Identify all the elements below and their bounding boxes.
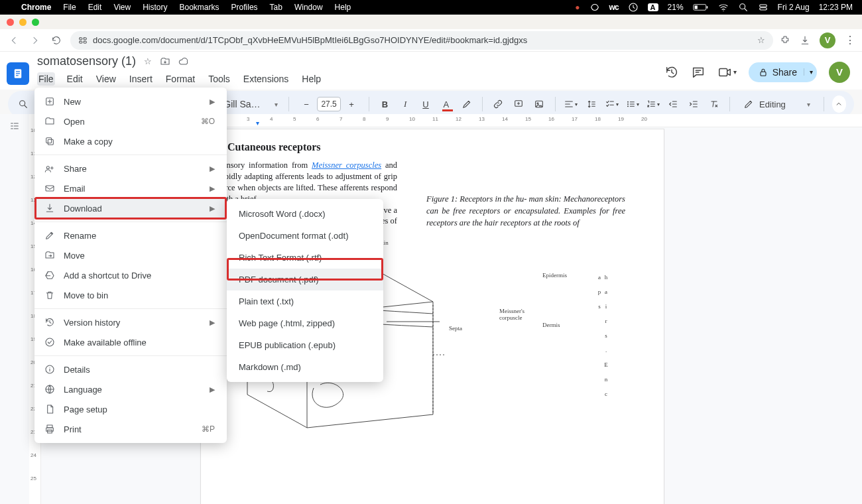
bulleted-list-button[interactable]: ▾ bbox=[625, 95, 640, 113]
control-center-icon[interactable] bbox=[758, 2, 769, 13]
insert-image-button[interactable] bbox=[532, 95, 547, 113]
doc-link[interactable]: Meissner corpuscles bbox=[312, 160, 381, 170]
docs-menu-view[interactable]: View bbox=[95, 72, 117, 86]
docs-menu-file[interactable]: File bbox=[37, 72, 55, 86]
indent-marker-icon[interactable]: ▾ bbox=[256, 119, 259, 127]
comments-icon[interactable] bbox=[691, 65, 706, 80]
macos-menu-history[interactable]: History bbox=[143, 3, 167, 12]
macos-menu-edit[interactable]: Edit bbox=[88, 3, 102, 12]
reload-button[interactable] bbox=[49, 33, 64, 48]
outline-toggle-icon[interactable] bbox=[9, 121, 20, 131]
file-menu-new[interactable]: New▶ bbox=[34, 92, 227, 111]
macos-menu-view[interactable]: View bbox=[113, 3, 131, 12]
file-menu-make-a-copy[interactable]: Make a copy bbox=[34, 131, 227, 151]
macos-menu-help[interactable]: Help bbox=[335, 3, 351, 12]
docs-menu-insert[interactable]: Insert bbox=[128, 72, 154, 86]
macos-menu-tab[interactable]: Tab bbox=[270, 3, 282, 12]
docs-logo-icon[interactable] bbox=[7, 62, 29, 85]
docs-menu-help[interactable]: Help bbox=[300, 72, 322, 86]
clock-icon[interactable] bbox=[628, 2, 639, 13]
move-icon[interactable] bbox=[160, 56, 170, 67]
docs-menu-format[interactable]: Format bbox=[164, 72, 196, 86]
macos-menu-file[interactable]: File bbox=[63, 3, 76, 12]
file-menu-language[interactable]: Language▶ bbox=[34, 379, 227, 399]
malwarebytes-icon[interactable] bbox=[589, 2, 600, 13]
add-comment-button[interactable] bbox=[511, 95, 526, 113]
bookmark-star-icon[interactable]: ☆ bbox=[757, 35, 765, 45]
clear-formatting-button[interactable] bbox=[706, 95, 721, 113]
bold-button[interactable]: B bbox=[377, 95, 393, 113]
numbered-list-button[interactable]: ▾ bbox=[645, 95, 660, 113]
star-icon[interactable]: ☆ bbox=[144, 56, 152, 66]
insert-link-button[interactable] bbox=[491, 95, 506, 113]
decrease-indent-button[interactable] bbox=[666, 95, 681, 113]
checklist-button[interactable]: ▾ bbox=[604, 95, 619, 113]
close-window-button[interactable] bbox=[7, 19, 14, 26]
editing-mode-select[interactable]: Editing ▾ bbox=[738, 99, 816, 109]
file-menu-version-history[interactable]: Version history▶ bbox=[34, 312, 227, 332]
italic-button[interactable]: I bbox=[398, 95, 413, 113]
spotlight-icon[interactable] bbox=[738, 2, 749, 13]
collapse-toolbar-button[interactable] bbox=[832, 95, 846, 113]
file-menu-move[interactable]: Move bbox=[34, 245, 227, 265]
file-menu-page-setup[interactable]: Page setup bbox=[34, 399, 227, 419]
back-button[interactable] bbox=[7, 33, 21, 48]
file-menu-email[interactable]: Email▶ bbox=[34, 178, 227, 198]
minimize-window-button[interactable] bbox=[19, 19, 27, 26]
input-source-icon[interactable]: A bbox=[648, 3, 658, 11]
download-option-txt[interactable]: Plain text (.txt) bbox=[227, 290, 383, 312]
docs-menu-extensions[interactable]: Extensions bbox=[242, 72, 290, 86]
increase-font-button[interactable]: + bbox=[342, 95, 361, 113]
chrome-profile-avatar[interactable]: V bbox=[820, 32, 835, 48]
file-menu-open[interactable]: Open⌘O bbox=[34, 111, 227, 131]
activity-history-icon[interactable] bbox=[664, 65, 679, 80]
file-menu-make-available-offline[interactable]: Make available offline bbox=[34, 332, 227, 352]
file-menu-share[interactable]: Share▶ bbox=[34, 158, 227, 178]
increase-indent-button[interactable] bbox=[686, 95, 702, 113]
download-option-odt[interactable]: OpenDocument format (.odt) bbox=[227, 225, 383, 247]
download-option-pdf[interactable]: PDF document (.pdf) bbox=[227, 269, 383, 290]
file-menu-add-a-shortcut-to-drive[interactable]: Add a shortcut to Drive bbox=[34, 265, 227, 285]
download-option-rtf[interactable]: Rich Text Format (.rtf) bbox=[227, 247, 383, 269]
macos-menu-window[interactable]: Window bbox=[294, 3, 323, 12]
highlight-color-button[interactable] bbox=[459, 95, 474, 113]
docs-menu-edit[interactable]: Edit bbox=[66, 72, 84, 86]
file-menu-print[interactable]: Print⌘P bbox=[34, 419, 227, 439]
battery-icon[interactable] bbox=[693, 3, 709, 11]
chrome-menu-icon[interactable]: ⋮ bbox=[845, 34, 855, 46]
cloud-status-icon[interactable] bbox=[178, 56, 189, 67]
font-size-input[interactable]: 27.5 bbox=[317, 97, 341, 111]
download-option-docx[interactable]: Microsoft Word (.docx) bbox=[227, 203, 383, 225]
share-button[interactable]: Share ▾ bbox=[749, 62, 817, 82]
download-option-md[interactable]: Markdown (.md) bbox=[227, 356, 383, 378]
wetransfer-icon[interactable]: wc bbox=[609, 3, 619, 12]
macos-app-name[interactable]: Chrome bbox=[21, 3, 51, 12]
wifi-icon[interactable] bbox=[718, 2, 729, 13]
line-spacing-button[interactable] bbox=[584, 95, 599, 113]
align-button[interactable]: ▾ bbox=[563, 95, 578, 113]
macos-menu-profiles[interactable]: Profiles bbox=[231, 3, 258, 12]
file-menu-rename[interactable]: Rename bbox=[34, 225, 227, 245]
file-menu-move-to-bin[interactable]: Move to bin bbox=[34, 285, 227, 305]
download-option-epub[interactable]: EPUB publication (.epub) bbox=[227, 334, 383, 356]
share-dropdown-icon[interactable]: ▾ bbox=[804, 68, 813, 76]
macos-menu-bookmarks[interactable]: Bookmarks bbox=[180, 3, 219, 12]
font-family-select[interactable]: Gill Sa… ▾ bbox=[221, 97, 280, 111]
macos-time[interactable]: 12:23 PM bbox=[819, 3, 853, 12]
omnibox[interactable]: docs.google.com/document/d/1TCpObf_qXvbH… bbox=[70, 31, 773, 50]
download-option-html[interactable]: Web page (.html, zipped) bbox=[227, 312, 383, 334]
file-menu-download[interactable]: Download▶ bbox=[34, 198, 227, 218]
text-color-button[interactable]: A bbox=[438, 95, 454, 113]
document-title[interactable]: somatosensory (1) bbox=[37, 54, 136, 68]
macos-date[interactable]: Fri 2 Aug bbox=[778, 3, 810, 12]
meet-icon[interactable]: ▾ bbox=[717, 65, 737, 80]
decrease-font-button[interactable]: − bbox=[297, 95, 316, 113]
docs-menu-tools[interactable]: Tools bbox=[207, 72, 231, 86]
file-menu-details[interactable]: Details bbox=[34, 359, 227, 379]
underline-button[interactable]: U bbox=[418, 95, 434, 113]
maximize-window-button[interactable] bbox=[32, 19, 39, 26]
account-avatar[interactable]: V bbox=[829, 62, 850, 83]
site-settings-icon[interactable] bbox=[78, 36, 88, 45]
extensions-icon[interactable] bbox=[780, 35, 790, 46]
search-menu-icon[interactable] bbox=[16, 95, 31, 113]
